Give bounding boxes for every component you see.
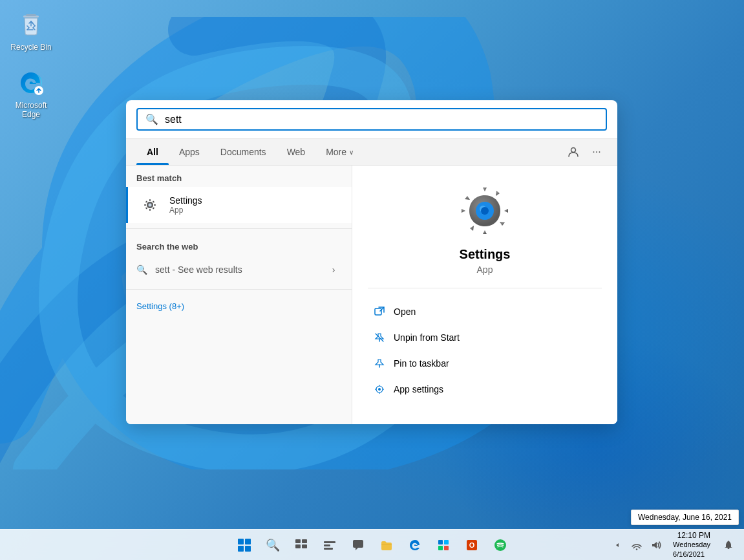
svg-rect-28 xyxy=(383,389,384,389)
settings-result-text: Settings App xyxy=(169,195,341,215)
store-taskbar-button[interactable] xyxy=(430,532,456,558)
svg-rect-27 xyxy=(375,389,376,389)
task-view-button[interactable] xyxy=(288,532,314,558)
svg-rect-3 xyxy=(26,14,36,16)
search-tabs: All Apps Documents Web More ∨ ··· xyxy=(126,139,617,166)
app-preview-type: App xyxy=(477,264,493,275)
app-preview-icon xyxy=(459,185,511,237)
clock-date-line1: Wednesday xyxy=(673,541,710,548)
tray-network-btn[interactable] xyxy=(628,536,646,554)
desktop-icon-recycle-bin[interactable]: Recycle Bin xyxy=(5,6,57,54)
svg-rect-11 xyxy=(144,204,146,206)
start-button[interactable] xyxy=(231,532,257,558)
svg-rect-35 xyxy=(324,548,333,550)
store-taskbar-icon xyxy=(437,539,450,552)
tray-chevron-icon xyxy=(614,542,621,548)
unpin-label: Unpin from Start xyxy=(394,332,460,343)
pin-taskbar-icon xyxy=(373,357,386,370)
edge-taskbar-button[interactable] xyxy=(402,532,428,558)
search-right-panel: Settings App Open xyxy=(352,166,617,424)
search-body: Best match xyxy=(126,166,617,424)
tray-volume-btn[interactable] xyxy=(647,536,665,554)
more-options-btn[interactable]: ··· xyxy=(586,142,607,162)
app-preview-name: Settings xyxy=(460,247,511,262)
taskbar-search-button[interactable]: 🔍 xyxy=(260,532,286,558)
svg-rect-9 xyxy=(149,199,151,201)
file-explorer-button[interactable] xyxy=(374,532,399,558)
svg-rect-12 xyxy=(154,204,156,206)
desktop-icon-microsoft-edge[interactable]: Microsoft Edge xyxy=(5,65,57,122)
office-taskbar-button[interactable]: O xyxy=(459,532,485,558)
tab-documents[interactable]: Documents xyxy=(210,139,277,165)
taskbar-search-icon: 🔍 xyxy=(266,538,280,552)
svg-rect-20 xyxy=(375,308,381,315)
notification-button[interactable] xyxy=(718,532,739,558)
file-explorer-icon xyxy=(380,539,393,552)
web-search-item[interactable]: 🔍 sett - See web results › xyxy=(126,255,352,284)
system-tray xyxy=(608,536,665,554)
svg-point-24 xyxy=(378,388,381,391)
action-pin-taskbar[interactable]: Pin to taskbar xyxy=(368,350,602,376)
web-search-query-icon: 🔍 xyxy=(136,264,147,275)
svg-point-19 xyxy=(481,207,489,215)
action-list: Open Unpin from Start xyxy=(368,299,602,402)
tab-web[interactable]: Web xyxy=(277,139,316,165)
tab-all[interactable]: All xyxy=(136,139,169,165)
pin-taskbar-label: Pin to taskbar xyxy=(394,358,449,369)
svg-text:O: O xyxy=(469,541,474,549)
divider-2 xyxy=(126,289,352,290)
open-icon xyxy=(373,305,386,318)
task-view-icon xyxy=(295,539,308,552)
spotify-taskbar-button[interactable] xyxy=(487,532,513,558)
search-input-area: 🔍 xyxy=(126,100,617,139)
divider-1 xyxy=(126,228,352,229)
svg-rect-30 xyxy=(302,539,307,543)
taskbar: 🔍 xyxy=(0,529,744,560)
settings-result-title: Settings xyxy=(169,195,341,206)
svg-point-8 xyxy=(149,204,152,207)
svg-rect-40 xyxy=(444,546,449,550)
clock-date: Wednesday 6/16/2021 xyxy=(673,540,710,559)
tab-more[interactable]: More ∨ xyxy=(315,139,364,165)
ellipsis-icon: ··· xyxy=(592,146,601,158)
action-unpin[interactable]: Unpin from Start xyxy=(368,325,602,350)
recycle-bin-icon xyxy=(16,9,47,40)
edge-icon xyxy=(16,67,47,98)
action-app-settings[interactable]: App settings xyxy=(368,376,602,402)
chat-button[interactable] xyxy=(345,532,371,558)
clock-time: 12:10 PM xyxy=(677,531,710,540)
clock-date-line2: 6/16/2021 xyxy=(673,550,705,558)
action-open[interactable]: Open xyxy=(368,299,602,325)
best-match-label: Best match xyxy=(126,166,352,187)
best-match-item[interactable]: Settings App xyxy=(126,187,352,223)
search-input[interactable] xyxy=(165,114,598,125)
search-left-panel: Best match xyxy=(126,166,352,424)
svg-rect-29 xyxy=(295,539,301,543)
tab-apps[interactable]: Apps xyxy=(169,139,210,165)
svg-rect-25 xyxy=(379,385,379,386)
unpin-icon xyxy=(373,331,386,344)
user-icon-btn[interactable] xyxy=(563,142,584,162)
tab-action-icons: ··· xyxy=(563,142,607,162)
clock-area[interactable]: 12:10 PM Wednesday 6/16/2021 xyxy=(668,531,716,559)
network-icon xyxy=(632,540,642,550)
widgets-icon xyxy=(323,539,336,552)
settings-result-subtitle: App xyxy=(169,206,341,215)
svg-rect-33 xyxy=(324,541,335,543)
edge-taskbar-icon xyxy=(409,539,421,552)
spotify-taskbar-icon xyxy=(494,539,507,552)
svg-rect-10 xyxy=(149,209,151,211)
windows-logo-icon xyxy=(238,539,251,552)
settings-more-link[interactable]: Settings (8+) xyxy=(126,295,352,318)
tray-chevron-btn[interactable] xyxy=(608,536,626,554)
svg-rect-39 xyxy=(438,546,443,550)
search-input-wrapper: 🔍 xyxy=(136,108,607,131)
open-label: Open xyxy=(394,307,416,317)
recycle-bin-label: Recycle Bin xyxy=(10,43,51,52)
svg-rect-34 xyxy=(324,544,330,546)
taskbar-center: 🔍 xyxy=(231,532,513,558)
search-input-icon: 🔍 xyxy=(145,113,158,125)
widgets-button[interactable] xyxy=(317,532,343,558)
app-settings-icon xyxy=(373,383,386,396)
date-tooltip: Wednesday, June 16, 2021 xyxy=(631,510,739,525)
